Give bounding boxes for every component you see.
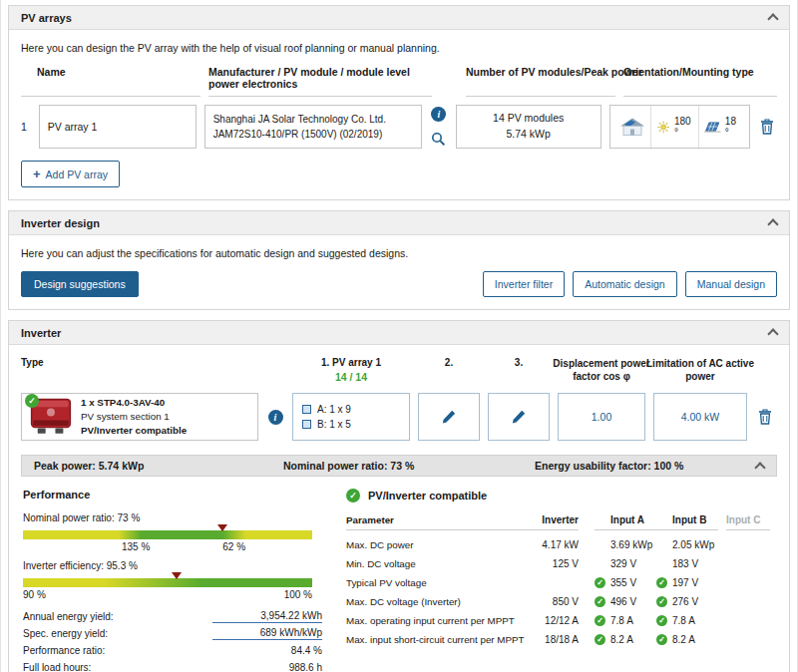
inverter-section: PV system section 1: [81, 410, 187, 424]
string-configuration-field[interactable]: A: 1 x 9 B: 1 x 5: [292, 393, 410, 441]
inverter-title: Inverter: [21, 327, 61, 339]
check-icon: ✓: [656, 634, 667, 645]
tilt-value: 18 °: [725, 116, 740, 138]
compatibility-section: ✓ PV/Inverter compatible Parameter Inver…: [322, 489, 775, 672]
inverter-info-icon[interactable]: i: [268, 410, 283, 425]
inverter-efficiency-gauge: [23, 578, 312, 587]
column-input-c: Input C: [726, 514, 770, 530]
add-pv-array-label: Add PV array: [46, 168, 108, 180]
column-inverter: Inverter: [531, 514, 579, 530]
module-search-icon[interactable]: [431, 132, 446, 147]
inverter-panel: Inverter Type 1. PV array 1 14 / 14 2. 3…: [8, 320, 790, 672]
pv-array-row: 1 PV array 1 Shanghai JA Solar Technolog…: [21, 105, 777, 149]
string-b-config: B: 1 x 5: [317, 419, 351, 430]
check-slot: ✓: [656, 577, 672, 588]
compat-input-b-value: 197 V: [672, 577, 698, 588]
peak-power-summary: Peak power: 5.74 kWp: [34, 460, 283, 472]
compat-inverter-value: 125 V: [531, 558, 579, 569]
check-icon: ✓: [595, 634, 605, 645]
compat-inverter-value: 850 V: [531, 596, 579, 607]
check-slot: ✓: [595, 577, 610, 588]
pv-arrays-panel-header[interactable]: PV arrays: [9, 6, 789, 30]
compat-input-b: ✓197 V: [656, 577, 718, 588]
compatibility-table-header: Parameter Inverter Input A Input B Input…: [346, 514, 775, 530]
compat-row: Max. input short-circuit current per MPP…: [346, 630, 775, 649]
compat-input-b-value: 2.05 kWp: [672, 539, 714, 550]
pv-array-1-module-count: 14 / 14: [292, 371, 410, 383]
stat-label: Spec. energy yield:: [23, 628, 212, 639]
pencil-icon: [442, 410, 456, 424]
roof-house-icon: [619, 117, 645, 137]
performance-stat-row: Performance ratio:84.4 %: [23, 642, 322, 659]
delete-pv-array-icon[interactable]: [760, 119, 774, 135]
pv-module-field[interactable]: Shanghai JA Solar Technology Co. Ltd. JA…: [204, 105, 422, 149]
string-a-icon: [302, 405, 311, 414]
column-cos-phi: Displacement power factor cos φ: [549, 357, 654, 383]
cos-phi-field[interactable]: 1.00: [558, 393, 645, 441]
stat-value[interactable]: 689 kWh/kWp: [212, 627, 322, 640]
edit-array-2-button[interactable]: [418, 393, 480, 441]
stat-value[interactable]: 3,954.22 kWh: [212, 610, 322, 623]
compatibility-title: PV/Inverter compatible: [368, 490, 487, 502]
compatible-check-icon: ✓: [346, 489, 360, 503]
cos-phi-value: 1.00: [592, 411, 611, 423]
azimuth-value: 180 °: [674, 116, 694, 138]
compat-row: Min. DC voltage125 V329 V183 V: [346, 554, 775, 573]
compat-input-a-value: 8.2 A: [610, 634, 633, 645]
manual-design-button[interactable]: Manual design: [685, 271, 777, 297]
compat-input-b-value: 183 V: [672, 558, 698, 569]
check-icon: ✓: [595, 596, 605, 607]
collapse-chevron-icon[interactable]: [767, 13, 778, 24]
collapse-chevron-icon[interactable]: [767, 328, 778, 339]
compat-input-a-value: 7.8 A: [610, 615, 633, 626]
ac-limit-field[interactable]: 4.00 kW: [653, 393, 747, 441]
compat-parameter: Min. DC voltage: [346, 558, 531, 569]
inverter-design-panel-header[interactable]: Inverter design: [9, 211, 789, 235]
column-3: 3.: [488, 357, 550, 368]
check-icon: ✓: [656, 596, 667, 607]
column-parameter: Parameter: [346, 514, 531, 530]
inverter-filter-button[interactable]: Inverter filter: [483, 271, 565, 297]
ac-limit-value: 4.00 kW: [681, 411, 720, 423]
edit-array-3-button[interactable]: [488, 393, 550, 441]
compat-input-a: 3.69 kWp: [595, 539, 656, 550]
inverter-row: ✓ 1 x STP4.0-3AV-40 PV system section 1 …: [21, 393, 777, 441]
inverter-type-field[interactable]: ✓ 1 x STP4.0-3AV-40 PV system section 1 …: [21, 393, 258, 441]
scale-tick: 62 %: [222, 541, 245, 552]
column-modules: Number of PV modules/Peak power: [466, 66, 615, 97]
column-orientation: Orientation/Mounting type: [623, 66, 777, 97]
inverter-panel-header[interactable]: Inverter: [9, 321, 789, 345]
pv-arrays-title: PV arrays: [21, 12, 72, 24]
inverter-design-description: Here you can adjust the specifications f…: [21, 247, 777, 259]
nominal-power-ratio-scale: 135 % 62 %: [23, 539, 312, 554]
check-slot: ✓: [595, 634, 610, 645]
delete-inverter-icon[interactable]: [758, 409, 772, 425]
check-icon: ✓: [595, 577, 605, 588]
module-info-icon[interactable]: i: [431, 107, 446, 122]
gauge-marker-icon: [217, 524, 227, 531]
collapse-chevron-icon[interactable]: [767, 218, 778, 229]
stat-label: Annual energy yield:: [23, 611, 212, 622]
add-pv-array-button[interactable]: + Add PV array: [21, 161, 120, 187]
pv-array-name: PV array 1: [48, 121, 98, 133]
pv-array-name-field[interactable]: PV array 1: [39, 105, 197, 149]
inverter-details-toggle[interactable]: Peak power: 5.74 kWp Nominal power ratio…: [21, 455, 777, 477]
design-suggestions-button[interactable]: Design suggestions: [21, 271, 139, 297]
plus-icon: +: [33, 168, 41, 180]
module-type: JAM72S10-410/PR (1500V) (02/2019): [213, 128, 413, 143]
performance-stat-row: Full load hours:988.6 h: [23, 659, 322, 672]
compat-inverter-value: 18/18 A: [531, 634, 579, 645]
automatic-design-button[interactable]: Automatic design: [573, 271, 677, 297]
check-slot: ✓: [656, 615, 672, 626]
performance-section: Performance Nominal power ratio: 73 % 13…: [23, 489, 322, 672]
orientation-field[interactable]: 180 ° 18 °: [609, 105, 750, 149]
compat-input-a-value: 3.69 kWp: [610, 539, 652, 550]
nominal-power-ratio-gauge: [23, 530, 312, 539]
inverter-table-header: Type 1. PV array 1 14 / 14 2. 3. Displac…: [21, 357, 777, 383]
collapse-chevron-icon[interactable]: [754, 462, 765, 473]
compat-input-b: ✓276 V: [656, 596, 718, 607]
performance-stat-row: Spec. energy yield:689 kWh/kWp: [23, 625, 322, 642]
tilt-panel-icon: [704, 119, 720, 135]
compat-row: Max. DC voltage (Inverter)850 V✓496 V✓27…: [346, 592, 775, 611]
compat-input-a-value: 496 V: [610, 596, 636, 607]
